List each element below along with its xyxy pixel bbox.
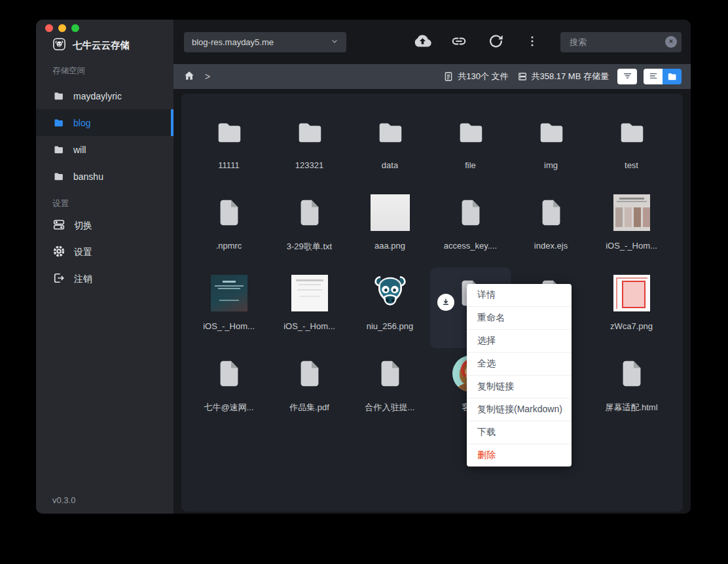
file-icon <box>375 357 405 390</box>
file-item[interactable]: 合作入驻提... <box>350 348 430 429</box>
sidebar: 七牛云云存储 存储空间 maydaylyric blog will banshu… <box>36 20 173 514</box>
fullscreen-window-button[interactable] <box>71 24 79 32</box>
image-item[interactable]: niu_256.png <box>350 268 430 348</box>
image-item[interactable]: aaa.png <box>350 187 430 268</box>
context-menu: 详情 重命名 选择 全选 复制链接 复制链接(Markdown) 下载 删除 <box>467 284 572 467</box>
menu-item-details[interactable]: 详情 <box>467 284 572 307</box>
image-thumbnail <box>291 275 328 311</box>
clear-search-button[interactable] <box>665 36 677 48</box>
file-icon <box>214 196 244 229</box>
folder-item[interactable]: data <box>350 107 430 187</box>
file-icon <box>214 357 244 390</box>
image-thumbnail <box>613 194 650 231</box>
more-options-button[interactable] <box>524 33 541 50</box>
sidebar-item-blog[interactable]: blog <box>36 109 173 136</box>
breadcrumb-separator: > <box>205 71 210 82</box>
menu-item-rename[interactable]: 重命名 <box>467 307 572 330</box>
sidebar-item-switch[interactable]: 切换 <box>36 212 173 239</box>
folder-item[interactable]: test <box>591 107 672 187</box>
qiniu-cow-logo-icon <box>52 37 66 54</box>
menu-item-download[interactable]: 下载 <box>467 421 572 444</box>
logout-icon <box>52 272 65 287</box>
sidebar-item-banshu[interactable]: banshu <box>36 163 173 190</box>
file-icon <box>456 196 486 229</box>
folder-item[interactable]: 123321 <box>269 107 350 187</box>
folder-icon <box>293 117 326 147</box>
folder-icon <box>374 117 407 147</box>
image-item[interactable]: iOS_-_Hom... <box>189 268 269 348</box>
gear-icon <box>52 245 65 260</box>
image-thumbnail <box>211 275 247 311</box>
sidebar-item-will[interactable]: will <box>36 136 173 163</box>
file-item[interactable]: index.ejs <box>511 187 591 268</box>
content-area: 11111 123321 data file <box>173 89 691 514</box>
grid-view-button[interactable] <box>663 69 682 84</box>
toolbar-actions <box>414 32 682 52</box>
folder-icon <box>535 117 568 147</box>
image-thumbnail <box>613 275 650 311</box>
folder-icon <box>52 90 65 101</box>
search-input[interactable] <box>568 37 665 48</box>
file-item[interactable]: 屏幕适配.html <box>591 348 672 429</box>
file-count-icon <box>443 71 454 82</box>
folder-item[interactable]: file <box>430 107 511 187</box>
file-item[interactable]: .npmrc <box>189 187 269 268</box>
home-icon <box>183 70 195 84</box>
image-item[interactable]: iOS_-_Hom... <box>269 268 350 348</box>
menu-item-delete[interactable]: 删除 <box>467 444 572 467</box>
refresh-button[interactable] <box>487 33 504 50</box>
refresh-icon <box>488 33 504 51</box>
image-thumbnail <box>371 194 410 231</box>
file-icon <box>617 357 647 390</box>
menu-item-select[interactable]: 选择 <box>467 330 572 353</box>
file-grid: 11111 123321 data file <box>181 94 683 429</box>
sidebar-item-settings[interactable]: 设置 <box>36 239 173 266</box>
download-badge[interactable] <box>437 294 454 311</box>
image-item[interactable]: iOS_-_Hom... <box>591 187 672 268</box>
link-icon <box>450 33 467 52</box>
filter-icon <box>622 70 633 83</box>
app-window: 七牛云云存储 存储空间 maydaylyric blog will banshu… <box>36 20 691 514</box>
menu-item-copy-link-markdown[interactable]: 复制链接(Markdown) <box>467 398 572 421</box>
search-box <box>560 32 682 52</box>
main-area: blog-res.mayday5.me <box>173 20 691 514</box>
folder-icon <box>52 144 65 155</box>
close-window-button[interactable] <box>45 24 53 32</box>
view-toggle <box>644 69 682 84</box>
close-icon <box>667 37 675 47</box>
file-panel: 11111 123321 data file <box>181 94 683 512</box>
breadcrumb-bar: > 共130个 文件 共358.17 MB 存储量 <box>173 64 691 89</box>
section-label-settings: 设置 <box>36 198 173 209</box>
menu-item-select-all[interactable]: 全选 <box>467 353 572 376</box>
image-item[interactable]: zWca7.png <box>591 268 672 348</box>
file-item[interactable]: 3-29歌单.txt <box>269 187 350 268</box>
storage-icon <box>517 71 528 82</box>
folder-view-icon <box>666 71 678 82</box>
storage-text: 共358.17 MB 存储量 <box>532 71 610 82</box>
file-icon <box>536 196 566 229</box>
sidebar-item-maydaylyric[interactable]: maydaylyric <box>36 82 173 109</box>
list-view-icon <box>648 71 659 83</box>
switch-icon <box>52 218 65 233</box>
folder-icon <box>52 117 65 128</box>
upload-button[interactable] <box>414 33 431 50</box>
file-item[interactable]: 七牛@速网... <box>189 348 269 429</box>
folder-icon <box>454 117 487 147</box>
file-item[interactable]: access_key.... <box>430 187 511 268</box>
minimize-window-button[interactable] <box>58 24 66 32</box>
filter-button[interactable] <box>617 69 637 84</box>
bucket-selector-dropdown[interactable]: blog-res.mayday5.me <box>184 32 346 52</box>
breadcrumb-home-button[interactable] <box>183 70 196 83</box>
list-view-button[interactable] <box>644 69 663 84</box>
upload-cloud-icon <box>414 32 431 52</box>
folder-item[interactable]: 11111 <box>189 107 269 187</box>
copy-link-button[interactable] <box>450 33 467 50</box>
file-item[interactable]: 作品集.pdf <box>269 348 350 429</box>
menu-item-copy-link[interactable]: 复制链接 <box>467 376 572 398</box>
section-label-buckets: 存储空间 <box>36 65 173 77</box>
folder-item[interactable]: img <box>511 107 591 187</box>
folder-icon <box>52 171 65 182</box>
file-icon <box>295 357 325 390</box>
sidebar-item-logout[interactable]: 注销 <box>36 266 173 292</box>
file-count-text: 共130个 文件 <box>458 71 508 82</box>
